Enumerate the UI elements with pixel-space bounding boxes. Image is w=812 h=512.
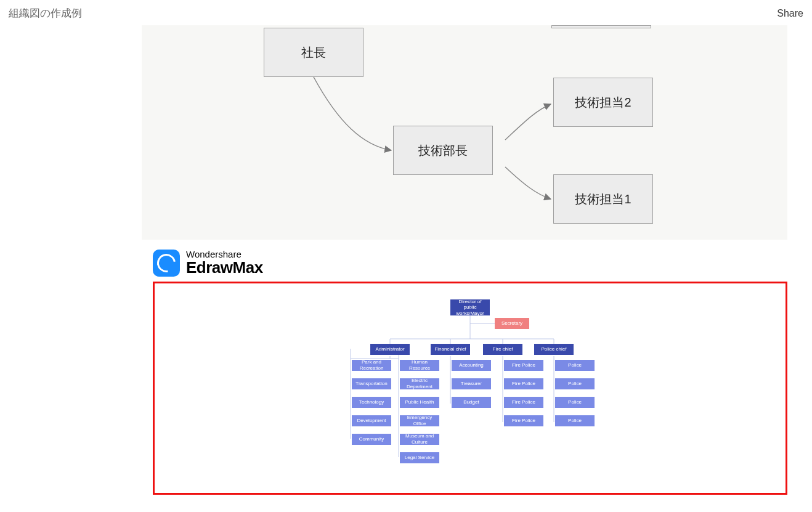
ex-item: Police [555, 397, 595, 408]
ex-node-label: Police chief [542, 346, 567, 352]
ex-item: Public Health [400, 397, 439, 408]
ex-item: Development [352, 415, 391, 426]
page-title: 組織図の作成例 [9, 6, 82, 20]
org-node-cutoff[interactable] [551, 25, 651, 28]
org-node-label: 技術担当2 [575, 94, 631, 111]
org-node-tech-lead[interactable]: 技術部長 [393, 126, 493, 175]
org-node-tech-staff-2[interactable]: 技術担当2 [553, 78, 653, 127]
ex-item: Electric Department [400, 378, 439, 389]
ex-node-label: Director of public works/Mayor [453, 299, 487, 317]
ex-node-label: Financial chief [434, 346, 466, 352]
ex-item: Police [555, 415, 595, 426]
ex-head: Police chief [534, 344, 574, 355]
example-org-chart-image: Director of public works/Mayor Secretary… [153, 282, 787, 495]
share-button[interactable]: Share [777, 8, 803, 19]
brand-row: Wondershare EdrawMax [153, 250, 812, 277]
ex-item: Fire Police [504, 360, 543, 371]
page-header: 組織図の作成例 Share [0, 0, 812, 25]
org-node-label: 技術部長 [418, 142, 468, 159]
ex-head: Administrator [370, 344, 410, 355]
ex-item: Accounting [452, 360, 491, 371]
ex-item: Budget [452, 397, 491, 408]
ex-item: Police [555, 360, 595, 371]
ex-node-label: Fire chief [493, 346, 513, 352]
ex-item: Legal Service [400, 452, 439, 463]
ex-item: Police [555, 378, 595, 389]
org-chart-canvas[interactable]: 社長 技術部長 技術担当2 技術担当1 [142, 25, 787, 240]
ex-item: Community [352, 434, 391, 445]
org-node-tech-staff-1[interactable]: 技術担当1 [553, 174, 653, 224]
ex-item: Human Resource [400, 360, 439, 371]
brand-name-bottom: EdrawMax [186, 259, 263, 276]
ex-item: Emergency Office [400, 415, 439, 426]
ex-item: Technology [352, 397, 391, 408]
ex-item: Park and Recreation [352, 360, 391, 371]
edrawmax-logo-icon [153, 250, 180, 277]
ex-node-label: Administrator [375, 346, 404, 352]
ex-item: Fire Police [504, 415, 543, 426]
ex-head: Financial chief [431, 344, 470, 355]
ex-item: Fire Police [504, 378, 543, 389]
ex-item: Treasurer [452, 378, 491, 389]
brand-text: Wondershare EdrawMax [186, 250, 263, 276]
ex-head: Fire chief [483, 344, 522, 355]
ex-node-director: Director of public works/Mayor [450, 299, 490, 315]
ex-item: Museum and Culture [400, 434, 439, 445]
ex-item: Transportation [352, 378, 391, 389]
ex-node-secretary: Secretary [495, 318, 529, 329]
ex-node-label: Secretary [501, 320, 522, 327]
org-node-label: 社長 [301, 44, 326, 61]
org-node-president[interactable]: 社長 [264, 28, 363, 77]
ex-item: Fire Police [504, 397, 543, 408]
org-node-label: 技術担当1 [575, 191, 631, 208]
